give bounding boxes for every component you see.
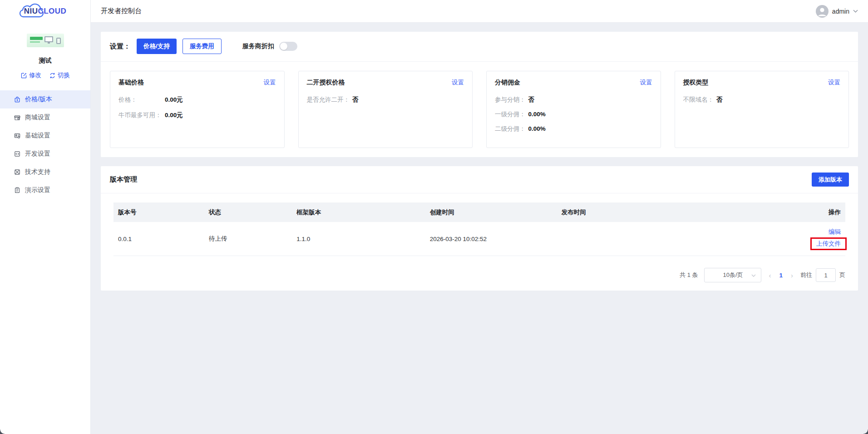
field-value: 0.00元: [165, 96, 183, 104]
top-header: 开发者控制台 admin: [91, 0, 868, 23]
card-set-link[interactable]: 设置: [264, 79, 276, 87]
sidebar-item-mall-settings[interactable]: 商城设置: [0, 108, 90, 127]
sidebar-item-label: 价格/版本: [25, 95, 52, 104]
edit-app-label: 修改: [29, 71, 41, 79]
sidebar-item-basic-settings[interactable]: 基础设置: [0, 127, 90, 145]
code-square-icon: [14, 150, 21, 158]
tab-price-support[interactable]: 价格/支持: [137, 39, 177, 54]
goto-label: 前往: [800, 271, 812, 279]
field-value: 否: [528, 96, 535, 104]
card-set-link[interactable]: 设置: [640, 79, 652, 87]
add-version-button[interactable]: 添加版本: [812, 173, 849, 187]
switch-app-label: 切换: [58, 71, 70, 79]
upload-file-link[interactable]: 上传文件: [816, 240, 841, 247]
cell-actions: 编辑 上传文件: [747, 224, 845, 254]
field-value: 0.00%: [528, 111, 546, 118]
switch-app-link[interactable]: 切换: [49, 71, 70, 79]
cell-framework: 1.1.0: [292, 236, 425, 242]
provider-discount-toggle[interactable]: [279, 42, 297, 51]
sidebar-item-label: 开发设置: [25, 150, 50, 158]
card-basic-price: 基础价格 设置 价格：0.00元 牛币最多可用：0.00元: [110, 71, 285, 148]
version-management-panel: 版本管理 添加版本 版本号 状态 框架版本 创建时间 发布时间 操作 0.0.1…: [101, 166, 858, 291]
clipboard-icon: [14, 187, 21, 194]
window-corner: [0, 429, 5, 434]
store-icon: [14, 114, 21, 121]
edit-link[interactable]: 编辑: [829, 228, 841, 236]
field-label: 二级分佣：: [495, 125, 526, 133]
col-header-actions: 操作: [747, 208, 845, 217]
price-bag-icon: [14, 96, 21, 103]
cell-version: 0.0.1: [113, 236, 204, 242]
chevron-down-icon: [751, 274, 756, 277]
sidebar-item-label: 技术支持: [25, 168, 50, 176]
card-title: 基础价格: [118, 79, 144, 87]
col-header-created: 创建时间: [425, 208, 557, 217]
field-label: 是否允许二开：: [307, 96, 350, 104]
goto-suffix: 页: [839, 271, 845, 279]
field-label: 不限域名：: [683, 96, 714, 104]
package-x-icon: [14, 168, 21, 176]
card-secondary-dev-price: 二开授权价格 设置 是否允许二开：否: [298, 71, 473, 148]
id-card-gear-icon: [14, 132, 21, 139]
sidebar-item-dev-settings[interactable]: 开发设置: [0, 145, 90, 163]
page-title: 开发者控制台: [101, 7, 142, 15]
field-value: 0.00元: [165, 111, 183, 119]
col-header-published: 发布时间: [557, 208, 747, 217]
version-table: 版本号 状态 框架版本 创建时间 发布时间 操作 0.0.1 待上传 1.1.0…: [113, 202, 845, 256]
card-set-link[interactable]: 设置: [828, 79, 840, 87]
highlight-box: 上传文件: [810, 237, 847, 250]
sidebar-item-price-version[interactable]: 价格/版本: [0, 90, 90, 108]
sidebar-item-label: 基础设置: [25, 132, 50, 140]
card-set-link[interactable]: 设置: [452, 79, 464, 87]
tab-service-fee[interactable]: 服务费用: [182, 39, 222, 54]
field-value: 否: [716, 96, 723, 104]
col-header-status: 状态: [204, 208, 292, 217]
pagination-total: 共 1 条: [680, 271, 698, 279]
sidebar-menu: 价格/版本 商城设置 基础设置: [0, 90, 90, 199]
card-title: 二开授权价格: [307, 79, 345, 87]
field-value: 0.00%: [528, 125, 546, 132]
card-title: 分销佣金: [495, 79, 520, 87]
next-page-button[interactable]: ›: [790, 272, 794, 279]
chevron-down-icon: [853, 10, 858, 13]
settings-panel: 设置： 价格/支持 服务费用 服务商折扣 基础价格 设置 价格：0.00元: [101, 32, 858, 157]
col-header-framework: 框架版本: [292, 208, 425, 217]
card-distribution-commission: 分销佣金 设置 参与分销：否 一级分佣：0.00% 二级分佣：0.00%: [486, 71, 661, 148]
person-icon: [816, 5, 829, 18]
edit-square-icon: [20, 72, 27, 79]
avatar: [816, 5, 829, 18]
prev-page-button[interactable]: ‹: [768, 272, 772, 279]
sidebar-item-demo-settings[interactable]: 演示设置: [0, 181, 90, 199]
field-label: 一级分佣：: [495, 110, 526, 118]
sidebar-item-tech-support[interactable]: 技术支持: [0, 163, 90, 181]
sidebar: NIUCLOUD 测试 修改 切换: [0, 0, 91, 434]
page-size-value: 10条/页: [723, 271, 743, 279]
pagination: 共 1 条 10条/页 ‹ 1 › 前往 页: [113, 268, 845, 282]
goto-page-input[interactable]: [816, 268, 836, 282]
app-thumbnail-image: [27, 34, 64, 47]
app-name: 测试: [0, 57, 90, 65]
version-panel-title: 版本管理: [110, 175, 137, 184]
window-corner: [863, 429, 868, 434]
logo-text-niu: NIU: [24, 7, 38, 16]
logo-text-cloud: CLOUD: [38, 7, 66, 16]
page-size-select[interactable]: 10条/页: [704, 268, 761, 282]
user-name: admin: [832, 8, 849, 15]
card-title: 授权类型: [683, 79, 709, 87]
page-number-1[interactable]: 1: [779, 272, 783, 279]
main-content: 设置： 价格/支持 服务费用 服务商折扣 基础价格 设置 价格：0.00元: [91, 23, 868, 434]
table-row: 0.0.1 待上传 1.1.0 2026-03-20 10:02:52 编辑 上…: [113, 222, 845, 256]
field-label: 牛币最多可用：: [118, 111, 162, 119]
edit-app-link[interactable]: 修改: [20, 71, 41, 79]
field-label: 价格：: [118, 96, 162, 104]
field-value: 否: [352, 96, 359, 104]
switch-arrows-icon: [49, 72, 56, 79]
sidebar-item-label: 商城设置: [25, 113, 50, 122]
user-dropdown[interactable]: admin: [816, 5, 858, 18]
table-header-row: 版本号 状态 框架版本 创建时间 发布时间 操作: [113, 202, 845, 222]
cell-created: 2026-03-20 10:02:52: [425, 236, 557, 242]
logo: NIUCLOUD: [0, 0, 90, 23]
field-label: 参与分销：: [495, 96, 526, 104]
provider-discount-label: 服务商折扣: [242, 42, 274, 50]
settings-label: 设置：: [110, 42, 130, 51]
